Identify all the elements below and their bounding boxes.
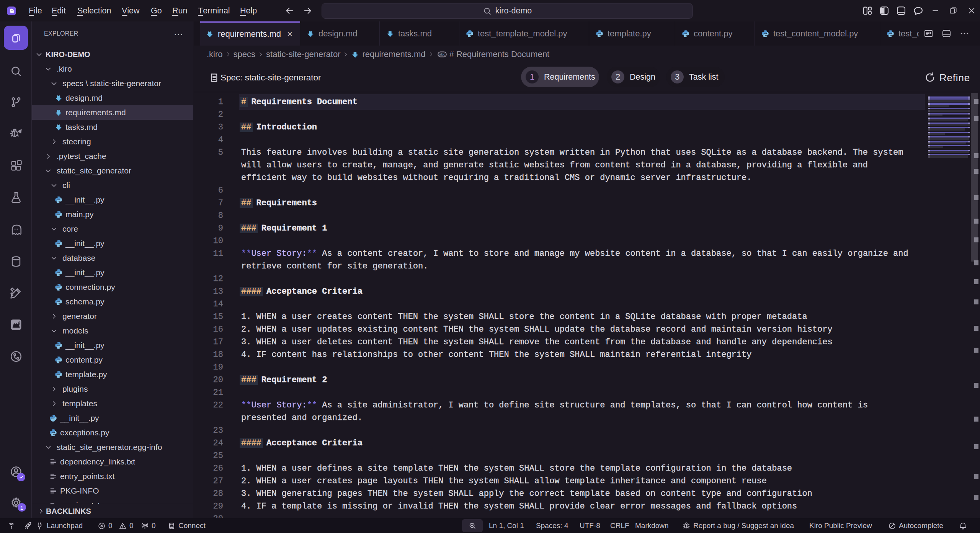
svg-text:abc: abc [439, 52, 445, 56]
